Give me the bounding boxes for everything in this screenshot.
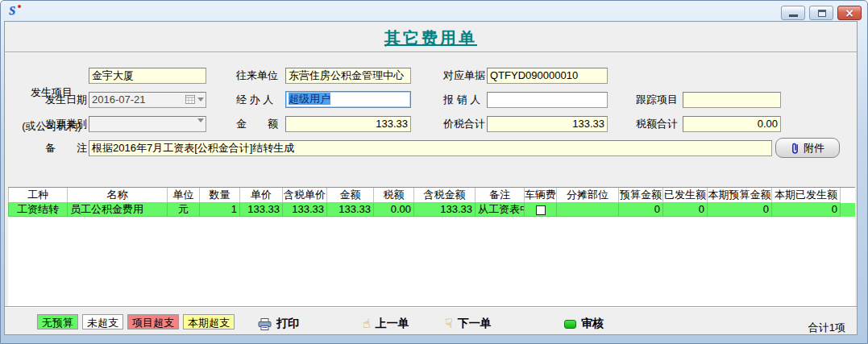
reimburser-label: 报 销 人 [443, 94, 490, 106]
col-header: 含税单价 [283, 188, 327, 203]
window-controls: × [781, 6, 862, 20]
audit-button-label: 审核 [581, 317, 604, 331]
col-header: 工种 [8, 188, 68, 203]
remark-field[interactable]: 根据2016年7月工资表[公积金合计]结转生成 [89, 140, 772, 156]
legend-project-over: 项目超支 [127, 314, 179, 329]
amount-label: 金 额 [236, 118, 283, 130]
total-with-tax-label: 价税合计 [443, 118, 490, 130]
paperclip-icon [791, 142, 799, 155]
cell-remark[interactable]: 从工资表中 [476, 203, 525, 217]
reimburser-field[interactable] [487, 92, 608, 108]
col-header: 备注 [476, 188, 525, 203]
attachment-button[interactable]: 附件 [775, 138, 840, 158]
amount-field[interactable]: 133.33 [285, 116, 411, 132]
dropdown-arrow-icon[interactable] [197, 118, 204, 122]
doc-no-label: 对应单据 [443, 70, 490, 81]
footer-separator [5, 306, 857, 308]
budget-legend: 无预算 未超支 项目超支 本期超支 [37, 314, 235, 329]
next-doc-label: 下一单 [458, 317, 492, 331]
cell-quantity[interactable]: 1 [200, 203, 240, 217]
cell-amount[interactable]: 133.33 [327, 203, 374, 217]
legend-period-over: 本期超支 [183, 314, 235, 329]
tracking-label: 跟踪项目 [636, 94, 683, 106]
counterpart-label: 往来单位 [236, 70, 283, 81]
other-expense-window: S × 其它费用单 发生项目 (或公司机构) 金宇大厦 往来单位 东营住房公积金… [0, 0, 868, 344]
maximize-button[interactable] [809, 6, 833, 20]
remark-label: 备 注 [16, 143, 87, 154]
page-title: 其它费用单 [384, 27, 477, 49]
minimize-button[interactable] [781, 6, 805, 20]
print-button-label: 打印 [276, 317, 299, 331]
close-button[interactable]: × [837, 6, 862, 20]
cell-unit[interactable]: 元 [168, 203, 200, 217]
audit-button[interactable]: 审核 [564, 317, 604, 331]
col-header: 金额 [327, 188, 374, 203]
col-header: 含税金额 [414, 188, 476, 203]
cell-vehicle-fee[interactable] [525, 203, 557, 217]
col-header: 数量 [200, 188, 240, 203]
cell-tax[interactable]: 0.00 [374, 203, 414, 217]
operator-field[interactable]: 超级用户 [285, 91, 411, 108]
col-header: 车辆费 [525, 188, 557, 203]
cell-unit-price-taxed[interactable]: 133.33 [283, 203, 327, 217]
next-doc-button[interactable]: ☟ 下一单 [445, 317, 492, 331]
date-field[interactable]: 2016-07-21 [89, 92, 206, 108]
cell-work-type[interactable]: 工资结转 [8, 203, 68, 217]
app-logo-icon: S [7, 4, 22, 19]
cell-amount-taxed[interactable]: 133.33 [414, 203, 476, 217]
previous-doc-button[interactable]: ☝ 上一单 [363, 317, 409, 331]
hand-down-icon: ☟ [445, 317, 453, 330]
table-row[interactable]: 工资结转 员工公积金费用 元 1 133.33 133.33 133.33 0.… [8, 203, 855, 217]
operator-label: 经 办 人 [236, 94, 283, 106]
doc-no-field[interactable]: QTFYD090000010 [487, 68, 608, 84]
legend-no-budget: 无预算 [37, 314, 78, 329]
col-header: 预算金额 [619, 188, 663, 203]
print-button[interactable]: 打印 [258, 317, 299, 331]
cell-budget-amount[interactable]: 0 [619, 203, 663, 217]
col-header: 分摊部位 [557, 188, 619, 203]
date-label: 发生日期 [16, 94, 87, 106]
hand-up-icon: ☝ [363, 317, 371, 330]
project-field[interactable]: 金宇大厦 [89, 68, 206, 84]
counterpart-field[interactable]: 东营住房公积金管理中心 [285, 68, 411, 84]
total-count: 合计1项 [808, 321, 845, 335]
cell-period-incurred[interactable]: 0 [772, 203, 841, 217]
selected-text: 超级用户 [289, 93, 330, 105]
dropdown-arrow-icon[interactable] [197, 97, 204, 102]
cell-incurred-amount[interactable]: 0 [663, 203, 708, 217]
cell-period-budget[interactable]: 0 [708, 203, 772, 217]
col-header: 本期已发生额 [772, 188, 841, 203]
minimize-icon [789, 15, 798, 17]
cell-allocation[interactable] [557, 203, 619, 217]
total-with-tax-field[interactable]: 133.33 [487, 116, 608, 132]
col-header: 单价 [240, 188, 283, 203]
attachment-button-label: 附件 [804, 141, 824, 155]
title-bar: S × [1, 1, 867, 21]
vehicle-fee-checkbox[interactable] [536, 205, 546, 215]
calendar-icon [185, 94, 195, 104]
cell-name[interactable]: 员工公积金费用 [68, 203, 168, 217]
col-header: 单位 [168, 188, 200, 203]
legend-not-over: 未超支 [82, 314, 123, 329]
green-dot-icon [564, 320, 576, 329]
grid-header-row: 工种 名称 单位 数量 单价 含税单价 金额 税额 含税金额 备注 车辆费 分摊… [8, 188, 855, 203]
page-header: 其它费用单 [5, 22, 857, 52]
col-header: 税额 [374, 188, 414, 203]
maximize-icon [818, 10, 826, 17]
cell-unit-price[interactable]: 133.33 [240, 203, 283, 217]
previous-doc-label: 上一单 [376, 317, 409, 331]
invoice-type-label: 发票类别 [16, 118, 87, 130]
tax-total-label: 税额合计 [636, 118, 683, 130]
form-content: 其它费用单 发生项目 (或公司机构) 金宇大厦 往来单位 东营住房公积金管理中心… [4, 21, 858, 335]
detail-grid: 工种 名称 单位 数量 单价 含税单价 金额 税额 含税金额 备注 车辆费 分摊… [8, 187, 855, 307]
close-icon: × [838, 6, 861, 19]
tracking-field[interactable] [683, 92, 781, 108]
invoice-type-combo[interactable] [89, 116, 206, 132]
col-header: 名称 [68, 188, 168, 203]
printer-icon [258, 318, 272, 330]
col-header: 本期预算金额 [708, 188, 772, 203]
tax-total-field[interactable]: 0.00 [683, 116, 781, 132]
col-header: 已发生额 [663, 188, 708, 203]
